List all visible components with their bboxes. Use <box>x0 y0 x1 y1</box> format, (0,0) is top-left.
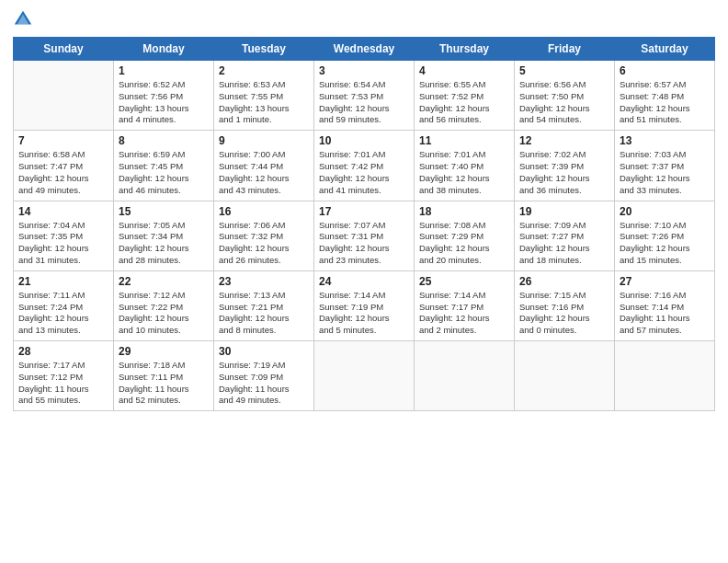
weekday-header-saturday: Saturday <box>615 38 715 61</box>
day-number: 25 <box>419 275 509 288</box>
calendar-cell-4-0: 28Sunrise: 7:17 AMSunset: 7:12 PMDayligh… <box>14 341 114 411</box>
day-info: Sunrise: 7:19 AMSunset: 7:09 PMDaylight:… <box>219 360 309 407</box>
calendar-cell-3-5: 26Sunrise: 7:15 AMSunset: 7:16 PMDayligh… <box>515 270 615 340</box>
day-info: Sunrise: 7:00 AMSunset: 7:44 PMDaylight:… <box>219 149 309 196</box>
calendar-cell-2-1: 15Sunrise: 7:05 AMSunset: 7:34 PMDayligh… <box>114 201 214 270</box>
calendar-cell-1-3: 10Sunrise: 7:01 AMSunset: 7:42 PMDayligh… <box>314 131 415 201</box>
day-info: Sunrise: 6:59 AMSunset: 7:45 PMDaylight:… <box>119 149 209 196</box>
weekday-header-monday: Monday <box>114 38 214 61</box>
day-info: Sunrise: 7:11 AMSunset: 7:24 PMDaylight:… <box>18 290 108 337</box>
day-info: Sunrise: 7:08 AMSunset: 7:29 PMDaylight:… <box>419 220 509 267</box>
day-info: Sunrise: 7:01 AMSunset: 7:40 PMDaylight:… <box>419 149 509 196</box>
day-info: Sunrise: 7:13 AMSunset: 7:21 PMDaylight:… <box>219 290 309 337</box>
calendar-cell-1-2: 9Sunrise: 7:00 AMSunset: 7:44 PMDaylight… <box>214 131 314 201</box>
calendar-cell-0-1: 1Sunrise: 6:52 AMSunset: 7:56 PMDaylight… <box>114 61 214 131</box>
day-info: Sunrise: 7:14 AMSunset: 7:17 PMDaylight:… <box>419 290 509 337</box>
day-number: 7 <box>18 134 108 147</box>
day-info: Sunrise: 6:52 AMSunset: 7:56 PMDaylight:… <box>119 79 209 126</box>
day-number: 20 <box>620 205 710 218</box>
day-info: Sunrise: 7:18 AMSunset: 7:11 PMDaylight:… <box>119 360 209 407</box>
day-number: 16 <box>219 205 309 218</box>
day-number: 5 <box>519 64 609 77</box>
calendar-week-row-1: 7Sunrise: 6:58 AMSunset: 7:47 PMDaylight… <box>14 131 715 201</box>
calendar-cell-2-2: 16Sunrise: 7:06 AMSunset: 7:32 PMDayligh… <box>214 201 314 270</box>
day-info: Sunrise: 6:58 AMSunset: 7:47 PMDaylight:… <box>18 149 108 196</box>
day-info: Sunrise: 7:14 AMSunset: 7:19 PMDaylight:… <box>319 290 409 337</box>
day-info: Sunrise: 6:56 AMSunset: 7:50 PMDaylight:… <box>519 79 609 126</box>
calendar-cell-4-4 <box>415 341 515 411</box>
day-number: 21 <box>18 275 108 288</box>
day-number: 1 <box>119 64 209 77</box>
calendar-cell-0-5: 5Sunrise: 6:56 AMSunset: 7:50 PMDaylight… <box>515 61 615 131</box>
calendar-cell-1-4: 11Sunrise: 7:01 AMSunset: 7:40 PMDayligh… <box>415 131 515 201</box>
logo-icon <box>13 9 33 29</box>
calendar-cell-0-6: 6Sunrise: 6:57 AMSunset: 7:48 PMDaylight… <box>615 61 715 131</box>
day-info: Sunrise: 7:07 AMSunset: 7:31 PMDaylight:… <box>319 220 409 267</box>
day-number: 22 <box>119 275 209 288</box>
day-info: Sunrise: 7:02 AMSunset: 7:39 PMDaylight:… <box>519 149 609 196</box>
calendar-cell-3-2: 23Sunrise: 7:13 AMSunset: 7:21 PMDayligh… <box>214 270 314 340</box>
calendar-cell-4-1: 29Sunrise: 7:18 AMSunset: 7:11 PMDayligh… <box>114 341 214 411</box>
day-number: 23 <box>219 275 309 288</box>
calendar-cell-4-6 <box>615 341 715 411</box>
calendar-cell-0-4: 4Sunrise: 6:55 AMSunset: 7:52 PMDaylight… <box>415 61 515 131</box>
calendar-cell-1-0: 7Sunrise: 6:58 AMSunset: 7:47 PMDaylight… <box>14 131 114 201</box>
day-number: 9 <box>219 134 309 147</box>
calendar-cell-3-4: 25Sunrise: 7:14 AMSunset: 7:17 PMDayligh… <box>415 270 515 340</box>
calendar-cell-2-0: 14Sunrise: 7:04 AMSunset: 7:35 PMDayligh… <box>14 201 114 270</box>
day-info: Sunrise: 7:06 AMSunset: 7:32 PMDaylight:… <box>219 220 309 267</box>
day-info: Sunrise: 7:04 AMSunset: 7:35 PMDaylight:… <box>18 220 108 267</box>
day-number: 24 <box>319 275 409 288</box>
calendar-table: SundayMondayTuesdayWednesdayThursdayFrid… <box>13 37 715 411</box>
day-number: 2 <box>219 64 309 77</box>
calendar-week-row-2: 14Sunrise: 7:04 AMSunset: 7:35 PMDayligh… <box>14 201 715 270</box>
weekday-header-row: SundayMondayTuesdayWednesdayThursdayFrid… <box>14 38 715 61</box>
calendar-cell-3-3: 24Sunrise: 7:14 AMSunset: 7:19 PMDayligh… <box>314 270 415 340</box>
calendar-cell-0-0 <box>14 61 114 131</box>
day-number: 17 <box>319 205 409 218</box>
calendar-cell-1-5: 12Sunrise: 7:02 AMSunset: 7:39 PMDayligh… <box>515 131 615 201</box>
calendar-cell-2-4: 18Sunrise: 7:08 AMSunset: 7:29 PMDayligh… <box>415 201 515 270</box>
calendar-week-row-4: 28Sunrise: 7:17 AMSunset: 7:12 PMDayligh… <box>14 341 715 411</box>
day-number: 26 <box>519 275 609 288</box>
weekday-header-wednesday: Wednesday <box>314 38 415 61</box>
calendar-cell-2-5: 19Sunrise: 7:09 AMSunset: 7:27 PMDayligh… <box>515 201 615 270</box>
day-number: 3 <box>319 64 409 77</box>
calendar-week-row-3: 21Sunrise: 7:11 AMSunset: 7:24 PMDayligh… <box>14 270 715 340</box>
calendar-cell-0-3: 3Sunrise: 6:54 AMSunset: 7:53 PMDaylight… <box>314 61 415 131</box>
calendar-cell-0-2: 2Sunrise: 6:53 AMSunset: 7:55 PMDaylight… <box>214 61 314 131</box>
day-number: 13 <box>620 134 710 147</box>
day-number: 6 <box>620 64 710 77</box>
day-info: Sunrise: 6:55 AMSunset: 7:52 PMDaylight:… <box>419 79 509 126</box>
calendar-cell-4-2: 30Sunrise: 7:19 AMSunset: 7:09 PMDayligh… <box>214 341 314 411</box>
day-number: 18 <box>419 205 509 218</box>
day-info: Sunrise: 7:10 AMSunset: 7:26 PMDaylight:… <box>620 220 710 267</box>
day-info: Sunrise: 6:57 AMSunset: 7:48 PMDaylight:… <box>620 79 710 126</box>
day-info: Sunrise: 7:12 AMSunset: 7:22 PMDaylight:… <box>119 290 209 337</box>
day-number: 8 <box>119 134 209 147</box>
calendar-week-row-0: 1Sunrise: 6:52 AMSunset: 7:56 PMDaylight… <box>14 61 715 131</box>
day-number: 19 <box>519 205 609 218</box>
day-info: Sunrise: 7:15 AMSunset: 7:16 PMDaylight:… <box>519 290 609 337</box>
calendar-cell-4-3 <box>314 341 415 411</box>
day-info: Sunrise: 6:53 AMSunset: 7:55 PMDaylight:… <box>219 79 309 126</box>
day-number: 29 <box>119 345 209 358</box>
logo <box>13 9 37 29</box>
calendar-cell-3-1: 22Sunrise: 7:12 AMSunset: 7:22 PMDayligh… <box>114 270 214 340</box>
calendar-cell-4-5 <box>515 341 615 411</box>
day-number: 10 <box>319 134 409 147</box>
calendar-cell-1-6: 13Sunrise: 7:03 AMSunset: 7:37 PMDayligh… <box>615 131 715 201</box>
calendar-cell-3-6: 27Sunrise: 7:16 AMSunset: 7:14 PMDayligh… <box>615 270 715 340</box>
day-info: Sunrise: 7:09 AMSunset: 7:27 PMDaylight:… <box>519 220 609 267</box>
day-info: Sunrise: 7:16 AMSunset: 7:14 PMDaylight:… <box>620 290 710 337</box>
weekday-header-friday: Friday <box>515 38 615 61</box>
weekday-header-thursday: Thursday <box>415 38 515 61</box>
day-number: 4 <box>419 64 509 77</box>
day-number: 30 <box>219 345 309 358</box>
day-info: Sunrise: 7:17 AMSunset: 7:12 PMDaylight:… <box>18 360 108 407</box>
day-info: Sunrise: 7:03 AMSunset: 7:37 PMDaylight:… <box>620 149 710 196</box>
day-number: 15 <box>119 205 209 218</box>
day-number: 28 <box>18 345 108 358</box>
day-number: 12 <box>519 134 609 147</box>
day-number: 14 <box>18 205 108 218</box>
